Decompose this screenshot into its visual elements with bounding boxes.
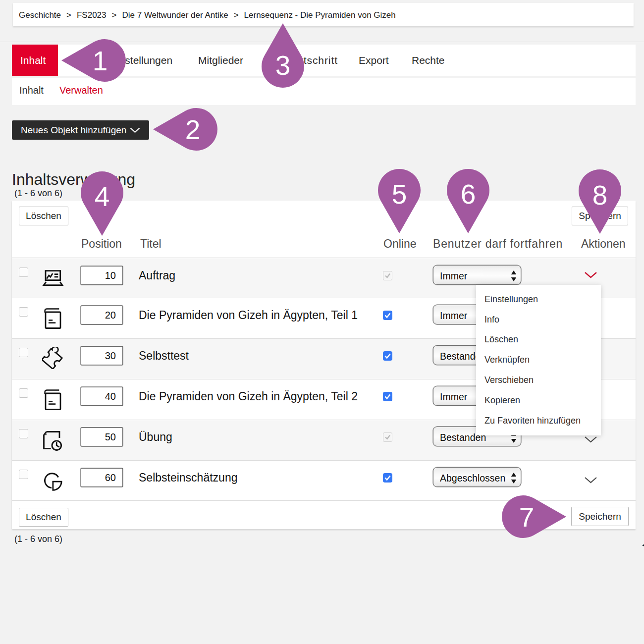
svg-text:5: 5 [392, 179, 407, 210]
svg-text:1: 1 [93, 46, 108, 76]
svg-text:7: 7 [519, 502, 535, 533]
svg-text:3: 3 [275, 50, 291, 81]
svg-text:2: 2 [185, 114, 201, 145]
svg-text:8: 8 [592, 180, 608, 211]
svg-text:4: 4 [95, 181, 110, 212]
svg-text:6: 6 [461, 179, 476, 210]
